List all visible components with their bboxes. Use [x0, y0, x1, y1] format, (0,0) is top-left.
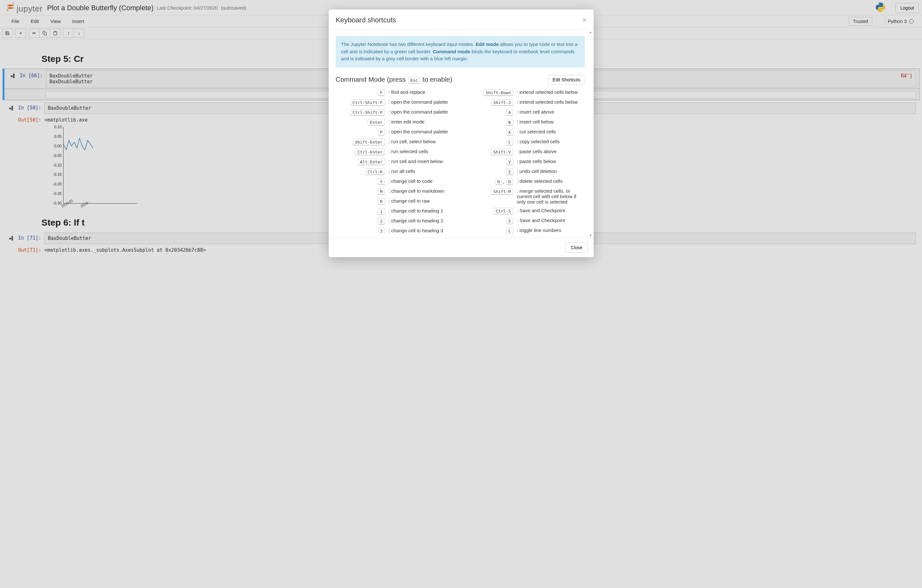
- shortcut-desc: copy selected cells: [515, 139, 585, 144]
- shortcut-row: Shift-Vpaste cells above: [464, 147, 585, 157]
- shortcut-row: D, Ddelete selected cells: [464, 177, 585, 187]
- key: R: [378, 198, 385, 205]
- key: S: [506, 217, 513, 224]
- shortcut-row: Shift-Downextend selected cells below: [464, 88, 585, 98]
- key: Shift-V: [491, 149, 513, 155]
- shortcuts-columns: Ffind and replaceCtrl-Shift-Fopen the co…: [336, 88, 585, 234]
- shortcut-row: Alt-Enterrun cell and insert below: [336, 157, 456, 167]
- shortcut-desc: change cell to markdown: [387, 188, 456, 194]
- shortcut-keys: V: [464, 158, 515, 165]
- shortcut-row: Ctrl-Shift-Fopen the command palette: [336, 98, 456, 108]
- scroll-down-icon[interactable]: ▼: [589, 234, 592, 237]
- shortcut-keys: Shift-J: [464, 99, 515, 106]
- key: Shift-J: [491, 99, 513, 106]
- key: B: [506, 119, 513, 126]
- shortcut-desc: change cell to heading 2: [387, 218, 456, 223]
- shortcut-keys: M: [336, 188, 387, 195]
- shortcut-desc: change cell to raw: [387, 198, 456, 204]
- close-icon[interactable]: ×: [582, 16, 587, 24]
- shortcut-keys: Ctrl-Shift-P: [336, 109, 387, 116]
- shortcut-desc: change cell to code: [387, 178, 456, 184]
- shortcut-desc: extend selected cells below: [515, 99, 585, 105]
- shortcut-row: Shift-Mmerge selected cells, or current …: [464, 187, 585, 206]
- shortcut-keys: Ctrl-Shift-F: [336, 99, 387, 106]
- shortcut-keys: 3: [336, 228, 387, 234]
- key: Shift-M: [491, 188, 513, 195]
- shortcut-desc: merge selected cells, or current cell wi…: [515, 188, 585, 204]
- close-button[interactable]: Close: [566, 242, 588, 253]
- shortcut-row: Vpaste cells below: [464, 157, 585, 167]
- shortcut-row: Ctrl-Enterrun selected cells: [336, 147, 456, 157]
- shortcut-desc: Save and Checkpoint: [515, 208, 585, 213]
- shortcut-keys: Z: [464, 168, 515, 175]
- shortcut-keys: P: [336, 129, 387, 136]
- scroll-up-icon[interactable]: ▲: [589, 30, 592, 34]
- shortcut-desc: change cell to heading 1: [387, 208, 456, 214]
- keyboard-shortcuts-modal: Keyboard shortcuts × ▲ The Jupyter Noteb…: [329, 10, 593, 257]
- key: Ctrl-Shift-F: [350, 99, 385, 106]
- shortcuts-right-column: Shift-Downextend selected cells belowShi…: [464, 88, 585, 234]
- shortcut-desc: run all cells: [387, 168, 456, 174]
- shortcut-desc: open the command palette: [387, 109, 456, 114]
- shortcut-row: Popen the command palette: [336, 127, 456, 137]
- key: Ctrl-Enter: [355, 149, 384, 155]
- key: D: [495, 178, 502, 185]
- shortcut-keys: L: [464, 227, 515, 234]
- shortcut-desc: find and replace: [387, 89, 456, 95]
- shortcut-row: 1change cell to heading 1: [336, 206, 456, 216]
- key: 1: [378, 208, 385, 215]
- shortcut-row: Ainsert cell above: [464, 108, 585, 118]
- shortcut-desc: undo cell deletion: [515, 168, 585, 174]
- command-mode-heading: Command Mode (press Esc to enable) Edit …: [336, 75, 585, 85]
- shortcut-keys: 2: [336, 218, 387, 225]
- shortcut-desc: insert cell above: [515, 109, 585, 114]
- shortcut-desc: insert cell below: [515, 119, 585, 124]
- key: Shift-Down: [484, 89, 513, 96]
- shortcut-keys: 1: [336, 208, 387, 215]
- shortcut-row: 2change cell to heading 2: [336, 216, 456, 226]
- shortcut-keys: Shift-M: [464, 188, 515, 195]
- shortcut-row: Enterenter edit mode: [336, 118, 456, 127]
- modal-title: Keyboard shortcuts: [336, 16, 396, 24]
- key: Y: [378, 178, 385, 185]
- shortcut-row: Binsert cell below: [464, 118, 585, 127]
- shortcut-row: Ctrl-SSave and Checkpoint: [464, 206, 585, 216]
- shortcut-keys: Ctrl-K: [336, 168, 387, 175]
- shortcut-desc: open the command palette: [387, 99, 456, 105]
- shortcut-keys: Shift-Enter: [336, 139, 387, 145]
- key: L: [506, 227, 513, 234]
- modal-overlay[interactable]: Keyboard shortcuts × ▲ The Jupyter Noteb…: [0, 0, 922, 261]
- shortcut-desc: paste cells above: [515, 149, 585, 154]
- shortcut-row: Ychange cell to code: [336, 177, 456, 187]
- shortcut-keys: R: [336, 198, 387, 205]
- shortcut-row: Shift-Jextend selected cells below: [464, 98, 585, 108]
- modal-header: Keyboard shortcuts ×: [329, 10, 593, 30]
- shortcut-keys: Enter: [336, 119, 387, 126]
- key: X: [506, 129, 513, 136]
- shortcut-keys: D, D: [464, 178, 515, 185]
- shortcut-keys: Shift-Down: [464, 89, 515, 96]
- shortcut-desc: open the command palette: [387, 129, 456, 134]
- shortcut-desc: toggle line numbers: [515, 227, 585, 233]
- shortcut-desc: enter edit mode: [387, 119, 456, 124]
- key: 3: [378, 228, 385, 234]
- shortcut-keys: A: [464, 109, 515, 116]
- shortcut-desc: run selected cells: [387, 149, 456, 154]
- shortcut-row: Zundo cell deletion: [464, 167, 585, 177]
- key: C: [506, 139, 513, 145]
- shortcut-desc: cut selected cells: [515, 129, 585, 134]
- info-box: The Jupyter Notebook has two different k…: [336, 36, 585, 67]
- shortcut-keys: Shift-V: [464, 149, 515, 155]
- shortcut-desc: run cell and insert below: [387, 158, 456, 164]
- shortcut-desc: Save and Checkpoint: [515, 217, 585, 223]
- shortcut-keys: Alt-Enter: [336, 158, 387, 165]
- modal-scroll-area[interactable]: The Jupyter Notebook has two different k…: [336, 30, 587, 234]
- shortcut-row: Ctrl-Krun all cells: [336, 167, 456, 177]
- shortcut-row: Shift-Enterrun cell, select below: [336, 137, 456, 147]
- shortcut-desc: paste cells below: [515, 158, 585, 164]
- modal-footer: Close: [329, 238, 593, 257]
- edit-shortcuts-button[interactable]: Edit Shortcuts: [548, 75, 584, 85]
- shortcut-row: SSave and Checkpoint: [464, 216, 585, 226]
- key: Enter: [368, 119, 384, 126]
- shortcut-keys: Y: [336, 178, 387, 185]
